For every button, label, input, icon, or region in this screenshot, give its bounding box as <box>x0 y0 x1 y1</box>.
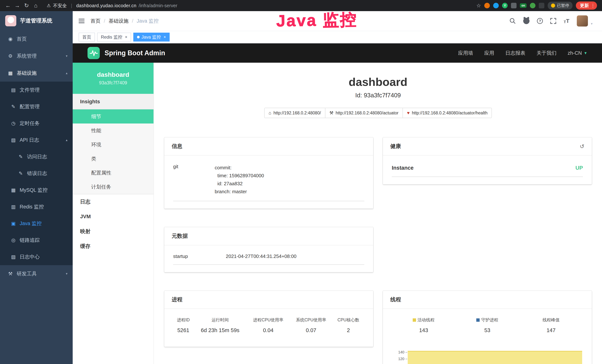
paused-badge[interactable]: 已暂停 <box>548 2 572 10</box>
forward-icon[interactable]: → <box>13 0 22 11</box>
sba-nav-journal[interactable]: 日志报表 <box>505 50 526 56</box>
url-host: dashboard.yudao.iocoder.cn <box>76 3 137 8</box>
extension-dark-icon[interactable] <box>539 3 544 8</box>
sidebar-item-home[interactable]: ◉ 首页 <box>0 30 73 47</box>
sba-menu-mappings[interactable]: 映射 <box>73 224 153 239</box>
info-card: 信息 git commit: time: 1596289704000 id: 2… <box>164 137 373 209</box>
search-icon[interactable] <box>509 18 516 24</box>
sidebar-item-devtools[interactable]: ⚒ 研发工具 ▾ <box>0 265 73 282</box>
extension-grid-icon[interactable] <box>511 3 516 8</box>
chevron-up-icon: ▴ <box>66 138 67 142</box>
home-icon[interactable]: ⌂ <box>32 0 40 11</box>
tab-home[interactable]: 首页 <box>79 33 95 42</box>
sidebar-item-label: Java 监控 <box>20 220 42 227</box>
legend-row: 活动线程 守护进程 线程峰值 <box>392 311 583 324</box>
sba-nav-applications[interactable]: 应用 <box>484 50 494 56</box>
breadcrumb-section[interactable]: 基础设施 <box>109 18 129 24</box>
sba-menu-section-insights[interactable]: Insights <box>73 94 153 109</box>
tab-java-monitor[interactable]: Java 监控 × <box>133 33 170 42</box>
sidebar-item-label: 系统管理 <box>17 53 37 59</box>
y-axis: 140 120 100 <box>392 349 407 364</box>
extension-blue-icon[interactable] <box>493 3 499 8</box>
sidebar-item-redis[interactable]: ▥ Redis 监控 <box>0 198 73 215</box>
cards-grid: 信息 git commit: time: 1596289704000 id: 2… <box>164 137 592 364</box>
instance-link-actuator[interactable]: ⚒ http://192.168.0.2:48080/actuator <box>325 108 403 118</box>
instance-title: dashboard <box>154 75 602 88</box>
sidebar-item-tracing[interactable]: ◎ 链路追踪 <box>0 232 73 248</box>
app-shell: 芋道管理系统 ◉ 首页 ⚙ 系统管理 ▾ ▦ 基础设施 ▴ ▤ 文件管理 <box>0 11 602 364</box>
cell-pid: 5261 <box>173 324 193 339</box>
chevron-down-icon[interactable]: ▾ <box>591 22 592 27</box>
extension-green-icon[interactable] <box>530 3 536 8</box>
legend-label: 线程峰值 <box>542 317 559 322</box>
metadata-key: startup <box>173 247 226 265</box>
file-icon: ▤ <box>10 87 16 93</box>
github-icon[interactable] <box>523 18 529 24</box>
close-icon[interactable]: × <box>163 35 166 40</box>
gear-icon: ⚙ <box>7 53 13 59</box>
emoji-face-icon <box>551 3 555 8</box>
omnibox[interactable]: ⚠ 不安全 | dashboard.yudao.iocoder.cn/infra… <box>47 3 177 9</box>
sidebar-item-log-center[interactable]: ▨ 日志中心 <box>0 248 73 265</box>
history-icon[interactable]: ↺ <box>580 143 584 150</box>
back-icon[interactable]: ← <box>4 0 12 11</box>
sba-menu-logs[interactable]: 日志 <box>73 194 153 209</box>
chevron-down-icon: ▾ <box>66 272 67 276</box>
app-sidebar: 芋道管理系统 ◉ 首页 ⚙ 系统管理 ▾ ▦ 基础设施 ▴ ▤ 文件管理 <box>0 11 73 364</box>
sidebar-item-files[interactable]: ▤ 文件管理 <box>0 82 73 98</box>
vue-devtools-icon[interactable]: V <box>502 3 508 8</box>
tab-redis[interactable]: Redis 监控 × <box>97 33 131 42</box>
table-icon: ▦ <box>10 187 16 193</box>
sidebar-item-mysql[interactable]: ▦ MySQL 监控 <box>0 182 73 198</box>
extension-orange-icon[interactable] <box>484 3 490 8</box>
locale-select[interactable]: zh-CN ▼ <box>568 50 587 56</box>
sidebar-item-system[interactable]: ⚙ 系统管理 ▾ <box>0 47 73 64</box>
sidebar-item-label: 文件管理 <box>20 86 40 93</box>
sba-menu-classes[interactable]: 类 <box>73 152 153 166</box>
instance-link-root[interactable]: ⌂ http://192.168.0.2:48080/ <box>264 108 325 118</box>
sidebar-item-api-log[interactable]: ▧ API 日志 ▴ <box>0 132 73 148</box>
sidebar-item-java-monitor[interactable]: ▣ Java 监控 <box>0 215 73 232</box>
sidebar-item-access-log[interactable]: ✎ 访问日志 <box>0 148 73 165</box>
sidebar-item-error-log[interactable]: ✎ 错误日志 <box>0 165 73 182</box>
sba-menu-jvm[interactable]: JVM <box>73 209 153 224</box>
breadcrumb-home[interactable]: 首页 <box>90 18 100 24</box>
y-axis-tick: 100 <box>392 362 407 364</box>
app-logo <box>5 15 16 26</box>
help-icon[interactable]: ? <box>537 18 543 24</box>
column-header: 运行时间 <box>193 311 247 324</box>
sidebar-item-label: 配置管理 <box>20 103 40 110</box>
tab-label: Java 监控 <box>141 34 161 40</box>
sidebar-toggle-icon[interactable] <box>79 19 85 23</box>
sba-menu-caches[interactable]: 缓存 <box>73 239 153 254</box>
avatar[interactable] <box>577 15 588 27</box>
sba-menu-config-props[interactable]: 配置属性 <box>73 166 153 180</box>
sba-menu-environment[interactable]: 环境 <box>73 138 153 152</box>
sidebar-item-jobs[interactable]: ◷ 定时任务 <box>0 115 73 132</box>
sba-menu-performance[interactable]: 性能 <box>73 124 153 138</box>
home-icon: ⌂ <box>269 110 271 116</box>
omnibox-divider: | <box>71 3 72 9</box>
sba-menu-details[interactable]: 细节 <box>73 109 153 124</box>
kebab-menu-icon[interactable]: ⋮ <box>591 3 595 8</box>
instance-link-health[interactable]: ♥ http://192.168.0.2:48080/actuator/heal… <box>402 108 492 118</box>
sba-nav-wallboard[interactable]: 应用墙 <box>458 50 473 56</box>
switch-on-badge[interactable]: on <box>520 3 527 8</box>
close-icon[interactable]: × <box>125 35 127 40</box>
sba-menu-scheduled-tasks[interactable]: 计划任务 <box>73 180 153 194</box>
table-row: 5261 6d 23h 15m 59s 0.04 0.07 2 <box>173 324 364 339</box>
fullscreen-icon[interactable] <box>550 18 556 24</box>
edit-icon: ✎ <box>18 171 24 176</box>
sidebar-item-label: API 日志 <box>20 137 39 143</box>
font-size-icon[interactable]: TT <box>564 18 569 24</box>
sba-nav-about[interactable]: 关于我们 <box>537 50 557 56</box>
table-row: git commit: time: 1596289704000 id: 27aa… <box>173 158 364 201</box>
sba-body: dashboard 93a3fc7f7409 Insights 细节 性能 环境… <box>73 63 602 364</box>
refresh-icon[interactable]: ↻ <box>22 0 31 11</box>
sidebar-item-config[interactable]: ✎ 配置管理 <box>0 98 73 115</box>
bookmark-star-icon[interactable]: ☆ <box>476 3 481 9</box>
sidebar-item-infra[interactable]: ▦ 基础设施 ▴ <box>0 64 73 82</box>
update-button[interactable]: 更新 ⋮ <box>576 1 597 10</box>
y-axis-tick: 120 <box>392 356 407 362</box>
sba-content: dashboard Id: 93a3fc7f7409 ⌂ http://192.… <box>154 63 602 364</box>
